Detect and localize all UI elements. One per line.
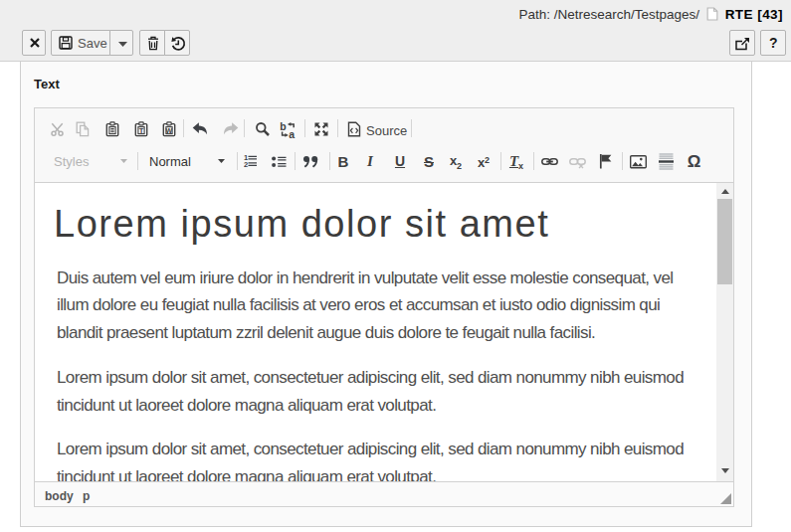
svg-text:W: W: [166, 127, 173, 134]
svg-text:b: b: [280, 121, 286, 132]
svg-text:2: 2: [244, 160, 248, 168]
svg-text:T: T: [139, 126, 144, 135]
svg-text:a: a: [289, 128, 295, 139]
